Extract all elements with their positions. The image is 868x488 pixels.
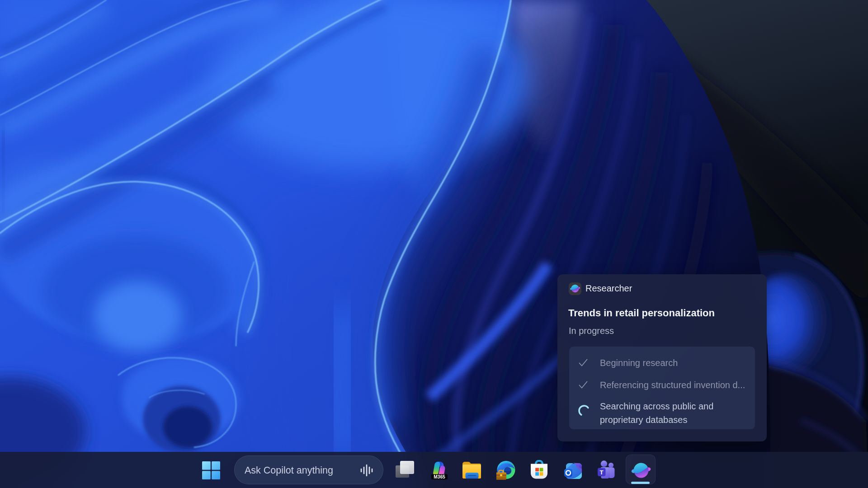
svg-text:M365: M365 xyxy=(434,474,445,479)
svg-text:T: T xyxy=(600,469,604,476)
